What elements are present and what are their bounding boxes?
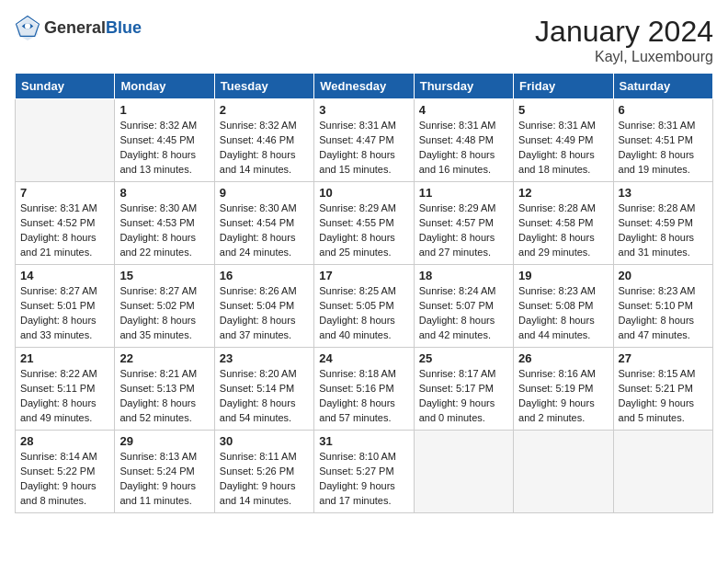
day-info: Sunrise: 8:25 AMSunset: 5:05 PMDaylight:… bbox=[319, 284, 408, 343]
day-cell: 27Sunrise: 8:15 AMSunset: 5:21 PMDayligh… bbox=[613, 348, 712, 431]
logo-icon bbox=[15, 15, 40, 40]
day-number: 14 bbox=[20, 269, 109, 282]
day-info: Sunrise: 8:27 AMSunset: 5:02 PMDaylight:… bbox=[119, 284, 209, 343]
day-cell bbox=[414, 431, 513, 513]
day-cell: 6Sunrise: 8:31 AMSunset: 4:51 PMDaylight… bbox=[613, 99, 712, 182]
day-cell: 23Sunrise: 8:20 AMSunset: 5:14 PMDayligh… bbox=[214, 348, 313, 431]
day-cell: 9Sunrise: 8:30 AMSunset: 4:54 PMDaylight… bbox=[214, 182, 313, 265]
day-number: 12 bbox=[518, 186, 608, 200]
day-cell: 8Sunrise: 8:30 AMSunset: 4:53 PMDaylight… bbox=[115, 182, 214, 265]
day-cell: 4Sunrise: 8:31 AMSunset: 4:48 PMDaylight… bbox=[414, 99, 513, 182]
day-cell: 28Sunrise: 8:14 AMSunset: 5:22 PMDayligh… bbox=[16, 431, 115, 513]
day-info: Sunrise: 8:31 AMSunset: 4:47 PMDaylight:… bbox=[319, 119, 408, 178]
day-cell: 29Sunrise: 8:13 AMSunset: 5:24 PMDayligh… bbox=[115, 431, 214, 513]
day-number: 26 bbox=[518, 351, 608, 365]
day-number: 11 bbox=[419, 186, 508, 200]
weekday-header-friday: Friday bbox=[514, 74, 613, 99]
day-info: Sunrise: 8:13 AMSunset: 5:24 PMDaylight:… bbox=[119, 450, 209, 509]
day-number: 1 bbox=[119, 103, 209, 117]
day-number: 13 bbox=[619, 186, 708, 200]
day-number: 22 bbox=[119, 351, 209, 365]
day-cell: 14Sunrise: 8:27 AMSunset: 5:01 PMDayligh… bbox=[16, 265, 115, 348]
weekday-header-sunday: Sunday bbox=[16, 74, 115, 99]
day-info: Sunrise: 8:26 AMSunset: 5:04 PMDaylight:… bbox=[220, 284, 309, 343]
day-number: 6 bbox=[619, 103, 708, 117]
day-number: 17 bbox=[319, 269, 408, 282]
day-cell: 24Sunrise: 8:18 AMSunset: 5:16 PMDayligh… bbox=[314, 348, 414, 431]
weekday-header-row: SundayMondayTuesdayWednesdayThursdayFrid… bbox=[16, 74, 713, 99]
day-number: 30 bbox=[220, 434, 309, 448]
day-info: Sunrise: 8:16 AMSunset: 5:19 PMDaylight:… bbox=[518, 367, 608, 426]
day-info: Sunrise: 8:29 AMSunset: 4:57 PMDaylight:… bbox=[419, 201, 508, 260]
weekday-header-thursday: Thursday bbox=[414, 74, 513, 99]
weekday-header-monday: Monday bbox=[115, 74, 214, 99]
location-title: Kayl, Luxembourg bbox=[535, 49, 713, 65]
day-info: Sunrise: 8:11 AMSunset: 5:26 PMDaylight:… bbox=[220, 450, 309, 509]
day-cell: 19Sunrise: 8:23 AMSunset: 5:08 PMDayligh… bbox=[514, 265, 613, 348]
month-title: January 2024 bbox=[535, 15, 713, 49]
week-row-5: 28Sunrise: 8:14 AMSunset: 5:22 PMDayligh… bbox=[16, 431, 713, 513]
day-cell bbox=[514, 431, 613, 513]
day-info: Sunrise: 8:32 AMSunset: 4:46 PMDaylight:… bbox=[220, 119, 309, 178]
day-cell: 3Sunrise: 8:31 AMSunset: 4:47 PMDaylight… bbox=[314, 99, 414, 182]
week-row-1: 1Sunrise: 8:32 AMSunset: 4:45 PMDaylight… bbox=[16, 99, 713, 182]
day-info: Sunrise: 8:10 AMSunset: 5:27 PMDaylight:… bbox=[319, 450, 408, 509]
day-number: 7 bbox=[20, 186, 109, 200]
day-info: Sunrise: 8:17 AMSunset: 5:17 PMDaylight:… bbox=[419, 367, 508, 426]
day-cell: 5Sunrise: 8:31 AMSunset: 4:49 PMDaylight… bbox=[514, 99, 613, 182]
day-info: Sunrise: 8:31 AMSunset: 4:52 PMDaylight:… bbox=[20, 201, 109, 260]
week-row-2: 7Sunrise: 8:31 AMSunset: 4:52 PMDaylight… bbox=[16, 182, 713, 265]
day-number: 31 bbox=[319, 434, 408, 448]
day-info: Sunrise: 8:30 AMSunset: 4:54 PMDaylight:… bbox=[220, 201, 309, 260]
day-info: Sunrise: 8:28 AMSunset: 4:59 PMDaylight:… bbox=[619, 201, 708, 260]
day-number: 15 bbox=[119, 269, 209, 282]
day-number: 28 bbox=[20, 434, 109, 448]
logo-general: General bbox=[44, 18, 106, 37]
day-cell: 15Sunrise: 8:27 AMSunset: 5:02 PMDayligh… bbox=[115, 265, 214, 348]
svg-point-2 bbox=[25, 23, 30, 29]
day-info: Sunrise: 8:28 AMSunset: 4:58 PMDaylight:… bbox=[518, 201, 608, 260]
day-cell: 18Sunrise: 8:24 AMSunset: 5:07 PMDayligh… bbox=[414, 265, 513, 348]
day-cell: 13Sunrise: 8:28 AMSunset: 4:59 PMDayligh… bbox=[613, 182, 712, 265]
day-number: 19 bbox=[518, 269, 608, 282]
day-number: 21 bbox=[20, 351, 109, 365]
day-number: 29 bbox=[119, 434, 209, 448]
day-number: 25 bbox=[419, 351, 508, 365]
day-cell: 22Sunrise: 8:21 AMSunset: 5:13 PMDayligh… bbox=[115, 348, 214, 431]
weekday-header-tuesday: Tuesday bbox=[214, 74, 313, 99]
day-cell: 31Sunrise: 8:10 AMSunset: 5:27 PMDayligh… bbox=[314, 431, 414, 513]
day-info: Sunrise: 8:24 AMSunset: 5:07 PMDaylight:… bbox=[419, 284, 508, 343]
page-header: GeneralBlue January 2024 Kayl, Luxembour… bbox=[15, 15, 713, 65]
day-cell: 7Sunrise: 8:31 AMSunset: 4:52 PMDaylight… bbox=[16, 182, 115, 265]
week-row-3: 14Sunrise: 8:27 AMSunset: 5:01 PMDayligh… bbox=[16, 265, 713, 348]
day-number: 5 bbox=[518, 103, 608, 117]
day-info: Sunrise: 8:31 AMSunset: 4:48 PMDaylight:… bbox=[419, 119, 508, 178]
calendar-table: SundayMondayTuesdayWednesdayThursdayFrid… bbox=[15, 73, 713, 513]
day-info: Sunrise: 8:31 AMSunset: 4:49 PMDaylight:… bbox=[518, 119, 608, 178]
day-number: 24 bbox=[319, 351, 408, 365]
day-cell: 21Sunrise: 8:22 AMSunset: 5:11 PMDayligh… bbox=[16, 348, 115, 431]
day-cell: 16Sunrise: 8:26 AMSunset: 5:04 PMDayligh… bbox=[214, 265, 313, 348]
day-info: Sunrise: 8:27 AMSunset: 5:01 PMDaylight:… bbox=[20, 284, 109, 343]
day-cell: 20Sunrise: 8:23 AMSunset: 5:10 PMDayligh… bbox=[613, 265, 712, 348]
day-info: Sunrise: 8:14 AMSunset: 5:22 PMDaylight:… bbox=[20, 450, 109, 509]
day-info: Sunrise: 8:31 AMSunset: 4:51 PMDaylight:… bbox=[619, 119, 708, 178]
day-number: 18 bbox=[419, 269, 508, 282]
day-number: 10 bbox=[319, 186, 408, 200]
day-info: Sunrise: 8:20 AMSunset: 5:14 PMDaylight:… bbox=[220, 367, 309, 426]
day-number: 3 bbox=[319, 103, 408, 117]
day-cell: 2Sunrise: 8:32 AMSunset: 4:46 PMDaylight… bbox=[214, 99, 313, 182]
day-number: 20 bbox=[619, 269, 708, 282]
day-info: Sunrise: 8:15 AMSunset: 5:21 PMDaylight:… bbox=[619, 367, 708, 426]
logo-blue: Blue bbox=[106, 18, 142, 37]
day-info: Sunrise: 8:29 AMSunset: 4:55 PMDaylight:… bbox=[319, 201, 408, 260]
weekday-header-wednesday: Wednesday bbox=[314, 74, 414, 99]
title-block: January 2024 Kayl, Luxembourg bbox=[535, 15, 713, 65]
day-cell: 26Sunrise: 8:16 AMSunset: 5:19 PMDayligh… bbox=[514, 348, 613, 431]
day-number: 2 bbox=[220, 103, 309, 117]
day-cell: 1Sunrise: 8:32 AMSunset: 4:45 PMDaylight… bbox=[115, 99, 214, 182]
day-number: 16 bbox=[220, 269, 309, 282]
day-number: 8 bbox=[119, 186, 209, 200]
day-number: 9 bbox=[220, 186, 309, 200]
day-cell bbox=[613, 431, 712, 513]
